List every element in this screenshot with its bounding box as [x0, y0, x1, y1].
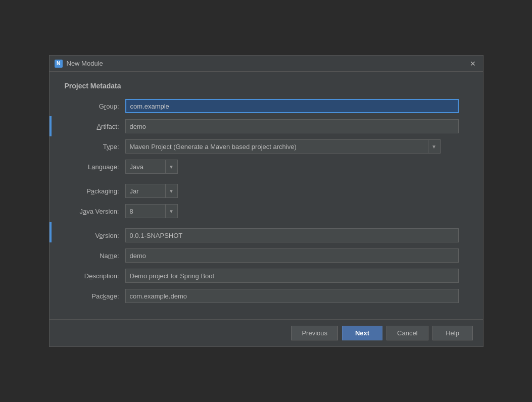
dialog-title: New Module — [67, 60, 464, 67]
accent-bar-1 — [50, 116, 52, 136]
group-row: Group: — [65, 99, 468, 113]
help-button[interactable]: Help — [432, 326, 473, 340]
spacer-2 — [65, 224, 468, 228]
artifact-row: Artifact: — [65, 119, 468, 133]
dialog-icon: N — [55, 60, 63, 68]
packaging-select-wrapper: Jar War ▼ — [125, 184, 178, 198]
language-dropdown-arrow[interactable]: ▼ — [166, 160, 178, 174]
type-row: Type: Maven Project (Generate a Maven ba… — [65, 139, 468, 154]
description-label: Description: — [65, 272, 125, 280]
language-label: Language: — [65, 163, 125, 171]
version-row: Version: — [65, 228, 468, 242]
java-version-dropdown-arrow[interactable]: ▼ — [166, 204, 178, 218]
title-bar: N New Module ✕ — [50, 56, 483, 72]
java-version-select[interactable]: 8 11 17 — [125, 204, 166, 218]
language-row: Language: Java Kotlin Groovy ▼ — [65, 160, 468, 174]
package-row: Package: — [65, 289, 468, 303]
accent-bar-2 — [50, 222, 52, 242]
packaging-row: Packaging: Jar War ▼ — [65, 184, 468, 198]
description-input[interactable] — [125, 269, 459, 283]
java-version-row: Java Version: 8 11 17 ▼ — [65, 204, 468, 218]
cancel-button[interactable]: Cancel — [386, 326, 428, 340]
previous-button[interactable]: Previous — [291, 326, 338, 340]
type-label: Type: — [65, 143, 125, 150]
artifact-input[interactable] — [125, 119, 459, 133]
type-select[interactable]: Maven Project (Generate a Maven based pr… — [125, 139, 428, 154]
name-label: Name: — [65, 252, 125, 260]
name-input[interactable] — [125, 248, 459, 263]
group-input[interactable] — [125, 99, 459, 113]
group-label: Group: — [65, 103, 125, 110]
type-dropdown-arrow[interactable]: ▼ — [428, 139, 441, 154]
language-select[interactable]: Java Kotlin Groovy — [125, 160, 166, 174]
new-module-dialog: N New Module ✕ Project Metadata Group: A… — [49, 55, 483, 347]
java-version-select-wrapper: 8 11 17 ▼ — [125, 204, 178, 218]
packaging-dropdown-arrow[interactable]: ▼ — [166, 184, 178, 198]
section-title: Project Metadata — [65, 82, 468, 90]
packaging-select[interactable]: Jar War — [125, 184, 166, 198]
java-version-label: Java Version: — [65, 208, 125, 215]
close-button[interactable]: ✕ — [468, 59, 478, 69]
package-input[interactable] — [125, 289, 459, 303]
package-label: Package: — [65, 292, 125, 300]
name-row: Name: — [65, 248, 468, 263]
type-select-wrapper: Maven Project (Generate a Maven based pr… — [125, 139, 441, 154]
description-row: Description: — [65, 269, 468, 283]
version-label: Version: — [65, 232, 125, 239]
next-button[interactable]: Next — [342, 326, 382, 340]
artifact-label: Artifact: — [65, 123, 125, 130]
packaging-label: Packaging: — [65, 187, 125, 195]
dialog-content: Project Metadata Group: Artifact: Type: … — [50, 72, 483, 319]
version-input[interactable] — [125, 228, 459, 242]
language-select-wrapper: Java Kotlin Groovy ▼ — [125, 160, 178, 174]
spacer-1 — [65, 180, 468, 184]
dialog-footer: Previous Next Cancel Help — [50, 319, 483, 346]
